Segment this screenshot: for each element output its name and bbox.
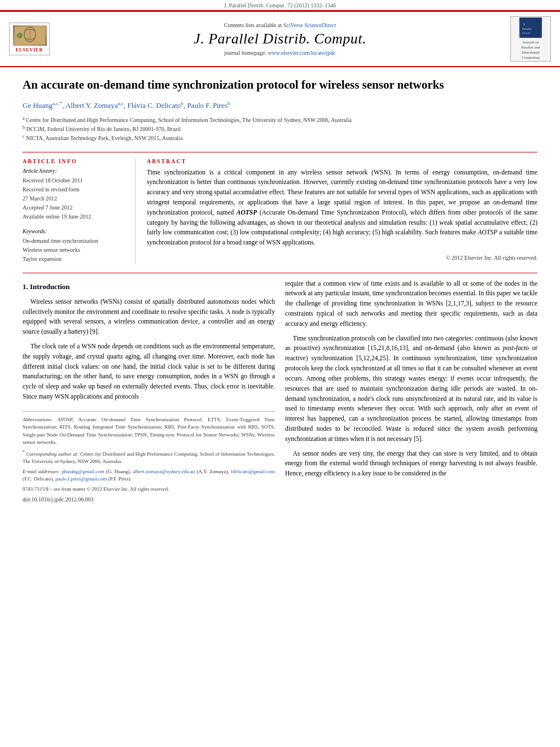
paper-title: An accurate on-demand time synchronizati… xyxy=(23,77,537,93)
sup-c: c xyxy=(23,134,25,139)
journal-ref-text: J. Parallel Distrib. Comput. 72 (2012) 1… xyxy=(224,2,336,8)
keyword-3: Taylor expansion xyxy=(23,255,126,264)
affiliation-c: c NICTA, Australian Technology Park, Eve… xyxy=(23,133,537,142)
homepage-link[interactable]: www.elsevier.com/locate/jpdc xyxy=(268,50,335,56)
history-item-3: 27 March 2012 xyxy=(23,194,126,203)
email-pires[interactable]: paulo.f.pires@gmail.com xyxy=(55,476,107,482)
right-para-2: Time synchronization protocols can be cl… xyxy=(285,334,537,444)
article-history-title: Article history: xyxy=(23,168,126,174)
affil-sup-b2: b xyxy=(228,101,230,106)
section-divider-2 xyxy=(23,273,537,273)
elsevier-graphic xyxy=(13,25,47,46)
history-item-2: Received in revised form xyxy=(23,185,126,194)
author-delicato: Flávia C. Delicato xyxy=(127,102,181,110)
sciverse-prefix: Contents lists available at xyxy=(224,22,282,28)
aotsp-name: AOTSP xyxy=(237,209,257,216)
author-zomaya: Albert Y. Zomaya xyxy=(65,102,118,110)
svg-text:Parallel: Parallel xyxy=(522,27,532,30)
right-para-3: As sensor nodes are very tiny, the energ… xyxy=(285,449,537,479)
email-zomaya[interactable]: albert.zomaya@sydney.edu.au xyxy=(133,469,195,474)
abstract-label: ABSTRACT xyxy=(147,158,537,164)
homepage-label: journal homepage: xyxy=(224,50,266,56)
section-divider-1 xyxy=(23,152,537,152)
authors-line: Ge Huanga,c,*, Albert Y. Zomayaa,c, Fláv… xyxy=(23,101,537,110)
svg-text:Distrib.: Distrib. xyxy=(522,32,531,34)
author-pires: Paulo F. Pires xyxy=(187,102,228,110)
sup-b: b xyxy=(23,125,25,130)
journal-icon-area: J. Parallel Distrib. Journal ofParallel … xyxy=(508,16,553,62)
sup-a: a xyxy=(23,116,25,121)
article-info-label: ARTICLE INFO xyxy=(23,158,126,164)
sciverse-link[interactable]: SciVerse ScienceDirect xyxy=(283,22,336,28)
history-item-4: Accepted 7 June 2012 xyxy=(23,203,126,212)
journal-icon-text: Journal ofParallel andDistributedComputi… xyxy=(521,40,540,60)
svg-text:J.: J. xyxy=(523,23,526,26)
elsevier-label: ELSEVIER xyxy=(13,47,46,53)
affiliation-b: b DCCiM, Federal University of Rio de Ja… xyxy=(23,124,537,133)
elsevier-logo-area: ELSEVIER xyxy=(7,16,52,62)
email-delicato[interactable]: fdelicato@gmail.com xyxy=(231,469,275,474)
journal-header: ELSEVIER Contents lists available at Sci… xyxy=(0,12,560,67)
journal-homepage: journal homepage: www.elsevier.com/locat… xyxy=(224,50,336,56)
main-left-column: 1. Introduction Wireless sensor networks… xyxy=(23,279,275,504)
copyright-line: © 2012 Elsevier Inc. All rights reserved… xyxy=(147,252,537,261)
intro-heading: 1. Introduction xyxy=(23,281,275,292)
svg-point-3 xyxy=(17,33,23,38)
footnote-issn: 0743-7315/$ – see front matter © 2012 El… xyxy=(23,486,275,493)
history-item-5: Available online 19 June 2012 xyxy=(23,212,126,221)
article-info-column: ARTICLE INFO Article history: Received 1… xyxy=(23,158,135,264)
sciverse-info: Contents lists available at SciVerse Sci… xyxy=(224,22,336,28)
intro-para-1: Wireless sensor networks (WSNs) consist … xyxy=(23,297,275,337)
abstract-column: ABSTRACT Time synchronization is a criti… xyxy=(147,158,537,264)
affil-sup-a-c: a,c xyxy=(118,101,124,106)
abstract-text: Time synchronization is a critical compo… xyxy=(147,168,537,248)
history-item-1: Received 18 October 2011 xyxy=(23,176,126,185)
keyword-1: On-demand time synchronization xyxy=(23,237,126,246)
footnote-abbreviations: Abbreviations: ATOSP, Accurate On-demand… xyxy=(23,416,275,447)
journal-header-center: Contents lists available at SciVerse Sci… xyxy=(58,16,502,62)
issn-line: 0743-7315/$ – see front matter © 2012 El… xyxy=(23,486,169,492)
affiliations-section: a Centre for Distributed and High Perfor… xyxy=(23,115,537,143)
footnote-corresponding: * Corresponding author at: Centre for Di… xyxy=(23,449,275,466)
main-content-area: 1. Introduction Wireless sensor networks… xyxy=(23,279,537,504)
affil-sup-b1: b xyxy=(181,101,183,106)
shown-word: shown xyxy=(278,219,295,226)
main-right-column: require that a common view of time exist… xyxy=(285,279,537,504)
doi-line: doi:10.1016/j.jpdc.2012.06.003 xyxy=(23,495,275,504)
elsevier-logo-box: ELSEVIER xyxy=(9,23,50,55)
right-para-1: require that a common view of time exist… xyxy=(285,279,537,329)
affil-sup-a-c-star: a,c,* xyxy=(53,101,62,106)
info-abstract-row: ARTICLE INFO Article history: Received 1… xyxy=(23,158,537,264)
intro-para-2: The clock rate of a WSN node depends on … xyxy=(23,342,275,402)
keywords-label: Keywords: xyxy=(23,228,126,234)
email-huang[interactable]: phutahg@gmail.com xyxy=(62,469,104,474)
journal-title: J. Parallel Distrib. Comput. xyxy=(194,30,366,47)
affiliation-a: a Centre for Distributed and High Perfor… xyxy=(23,115,537,124)
author-ge-huang: Ge Huang xyxy=(23,102,53,110)
journal-icon-box: J. Parallel Distrib. Journal ofParallel … xyxy=(510,16,551,62)
journal-icon-graphic: J. Parallel Distrib. xyxy=(519,18,542,38)
journal-ref-bar: J. Parallel Distrib. Comput. 72 (2012) 1… xyxy=(0,0,560,10)
footnotes-section: Abbreviations: ATOSP, Accurate On-demand… xyxy=(23,411,275,504)
keyword-2: Wireless sensor networks xyxy=(23,246,126,255)
footnote-email: E-mail addresses: phutahg@gmail.com (G. … xyxy=(23,468,275,483)
paper-body: An accurate on-demand time synchronizati… xyxy=(0,67,560,515)
keywords-section: Keywords: On-demand time synchronization… xyxy=(23,228,126,264)
